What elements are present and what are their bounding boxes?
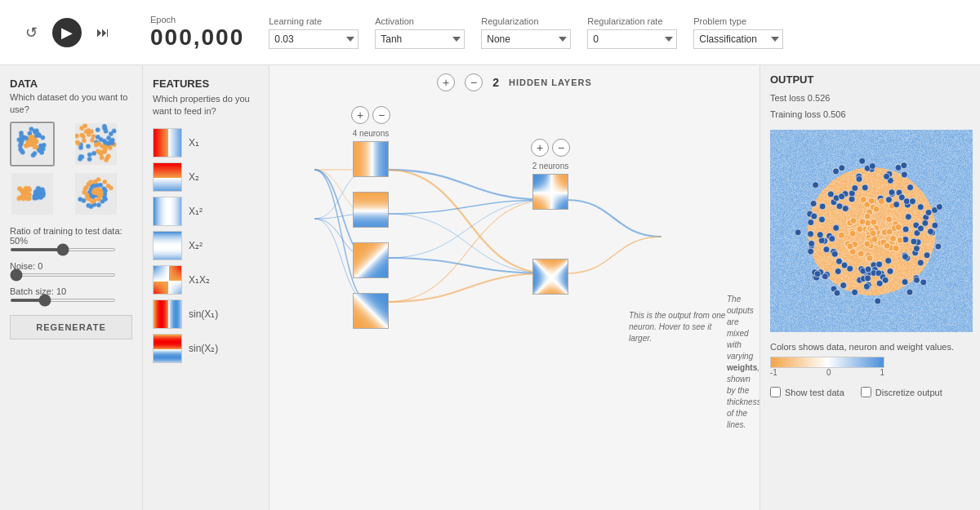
dataset-circle[interactable]	[10, 122, 55, 166]
discretize-label: Discretize output	[875, 388, 942, 397]
dataset-spiral[interactable]	[74, 171, 118, 216]
play-button[interactable]: ▶	[52, 18, 82, 47]
regenerate-button[interactable]: REGENERATE	[10, 315, 132, 339]
annotation-weights: The outputs are mixed with varying weigh…	[727, 294, 760, 431]
data-desc: Which dataset do you want to use?	[10, 91, 132, 117]
colorbar-section: Colors shows data, neuron and weight val…	[770, 340, 970, 378]
param-group-3: Regularization rate00.0010.0030.010.030.…	[587, 16, 677, 49]
show-test-label: Show test data	[785, 388, 844, 397]
feature-thumb-0	[153, 128, 182, 157]
features-panel: FEATURES Which properties do you want to…	[143, 65, 270, 510]
feature-item-1[interactable]: X₂	[153, 162, 259, 192]
discretize-checkbox[interactable]	[861, 387, 871, 397]
layer2-label: 2 neurons	[532, 162, 568, 171]
sidebar: DATA Which dataset do you want to use?	[0, 65, 143, 510]
feature-label-6: sin(X₂)	[189, 343, 218, 354]
param-select-3[interactable]: 00.0010.0030.010.030.10.31310	[587, 29, 677, 49]
show-test-checkbox[interactable]	[770, 387, 781, 397]
playback-controls: ↺ ▶ ⏭	[16, 18, 118, 47]
epoch-display: Epoch 000,000	[150, 15, 244, 51]
output-canvas	[770, 130, 973, 332]
feature-thumb-4	[153, 265, 182, 295]
feature-label-1: X₂	[189, 171, 199, 183]
feature-label-5: sin(X₁)	[189, 308, 218, 320]
param-group-4: Problem typeClassificationRegression	[693, 16, 783, 49]
dataset-grid	[10, 122, 132, 216]
show-test-checkbox-item[interactable]: Show test data	[770, 387, 844, 397]
feature-item-0[interactable]: X₁	[153, 128, 259, 157]
topbar: ↺ ▶ ⏭ Epoch 000,000 Learning rate0.00001…	[0, 0, 980, 65]
features-desc: Which properties do you want to feed in?	[153, 93, 259, 118]
ratio-slider[interactable]	[10, 248, 116, 251]
layer1-add-button[interactable]: +	[351, 106, 369, 124]
feature-item-3[interactable]: X₂²	[153, 231, 259, 260]
feature-thumb-5	[153, 299, 182, 329]
test-loss-value: 0.526	[808, 93, 831, 103]
feature-item-6[interactable]: sin(X₂)	[153, 334, 259, 363]
feature-item-5[interactable]: sin(X₁)	[153, 299, 259, 329]
layer1-controls: + −	[351, 106, 390, 124]
epoch-label: Epoch	[150, 15, 244, 24]
layer2-neurons	[532, 174, 568, 295]
layer2-container: + − 2 neurons	[531, 139, 570, 295]
param-select-0[interactable]: 0.000010.00010.0010.0030.010.030.10.3131…	[269, 29, 359, 49]
feature-list: X₁X₂X₁²X₂²X₁X₂sin(X₁)sin(X₂)	[153, 128, 259, 363]
feature-thumb-6	[153, 334, 182, 363]
hidden-layers-label: HIDDEN LAYERS	[509, 78, 592, 87]
remove-layer-button[interactable]: −	[465, 73, 483, 91]
annotation-neuron: This is the output from one neuron. Hove…	[629, 310, 735, 344]
network-header: + − 2 HIDDEN LAYERS	[270, 73, 760, 91]
neuron-1-2[interactable]	[353, 192, 389, 228]
feature-item-2[interactable]: X₁²	[153, 197, 259, 226]
feature-thumb-2	[153, 197, 182, 226]
tick-min: -1	[770, 368, 777, 377]
layer1-neurons	[353, 141, 389, 329]
layer1-container: + − 4 neurons	[351, 106, 390, 329]
dataset-gauss[interactable]	[10, 171, 55, 216]
reset-button[interactable]: ↺	[16, 18, 46, 47]
neuron-1-3[interactable]	[353, 242, 389, 278]
tick-mid: 0	[826, 368, 831, 377]
test-loss-label: Test loss	[770, 93, 808, 103]
add-layer-button[interactable]: +	[437, 73, 455, 91]
param-label-0: Learning rate	[269, 16, 359, 26]
param-select-2[interactable]: NoneL1L2	[481, 29, 571, 49]
tick-max: 1	[880, 368, 884, 377]
param-select-1[interactable]: ReLUTanhSigmoidLinear	[375, 29, 465, 49]
dataset-xor[interactable]	[74, 122, 118, 166]
param-group-0: Learning rate0.000010.00010.0010.0030.01…	[269, 16, 359, 49]
colorbar	[770, 357, 884, 368]
batch-slider-group: Batch size: 10	[10, 286, 132, 302]
bottom-checkboxes: Show test data Discretize output	[770, 387, 970, 397]
feature-label-3: X₂²	[189, 240, 203, 251]
param-label-1: Activation	[375, 16, 465, 26]
neuron-1-1[interactable]	[353, 141, 389, 177]
feature-item-4[interactable]: X₁X₂	[153, 265, 259, 295]
feature-label-4: X₁X₂	[189, 274, 210, 286]
neuron-1-4[interactable]	[353, 293, 389, 329]
noise-slider[interactable]	[10, 273, 116, 277]
discretize-checkbox-item[interactable]: Discretize output	[861, 387, 942, 397]
layer2-controls: + −	[531, 139, 570, 157]
layer1-remove-button[interactable]: −	[372, 106, 390, 124]
data-title: DATA	[10, 78, 132, 90]
param-group-1: ActivationReLUTanhSigmoidLinear	[375, 16, 465, 49]
feature-label-2: X₁²	[189, 206, 203, 217]
neuron-2-1[interactable]	[532, 174, 568, 210]
layer1-label: 4 neurons	[353, 129, 389, 138]
layer-count: 2	[492, 76, 499, 89]
ratio-slider-group: Ratio of training to test data: 50%	[10, 226, 132, 251]
layer2-remove-button[interactable]: −	[552, 139, 570, 157]
batch-slider[interactable]	[10, 299, 116, 302]
loss-display: Test loss 0.526 Training loss 0.506	[770, 91, 970, 123]
neuron-2-2[interactable]	[532, 259, 568, 295]
param-label-4: Problem type	[693, 16, 783, 26]
step-button[interactable]: ⏭	[88, 18, 118, 47]
param-select-4[interactable]: ClassificationRegression	[693, 29, 783, 49]
noise-slider-group: Noise: 0	[10, 261, 132, 277]
training-loss-label: Training loss	[770, 109, 823, 119]
param-label-2: Regularization	[481, 16, 571, 26]
network-panel: + − 2 HIDDEN LAYERS + − 4 neurons	[270, 65, 760, 510]
feature-thumb-1	[153, 162, 182, 192]
layer2-add-button[interactable]: +	[531, 139, 549, 157]
